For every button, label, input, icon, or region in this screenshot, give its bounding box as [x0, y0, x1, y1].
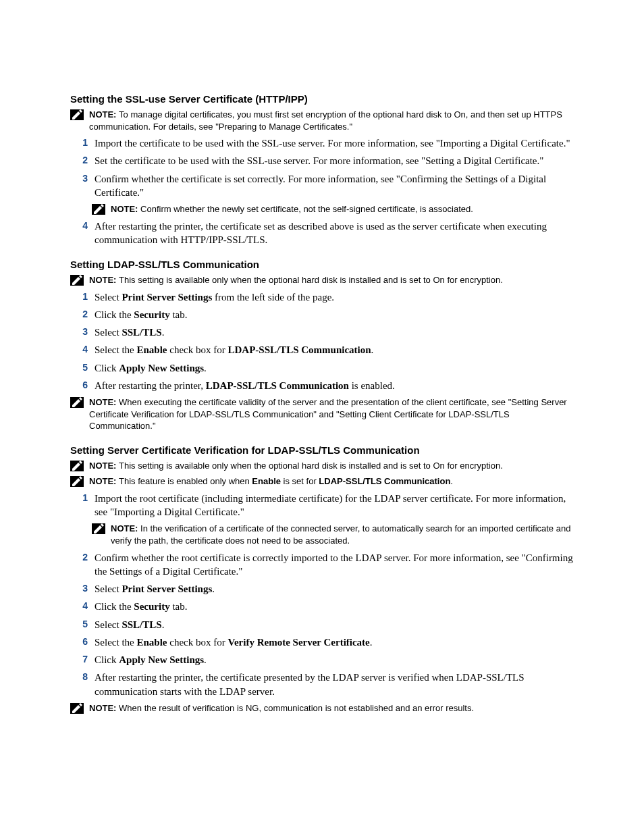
- step-number: 2: [70, 551, 88, 564]
- step-number: 8: [70, 671, 88, 683]
- pencil-icon: [70, 703, 84, 714]
- list-item: 6 Select the Enable check box for Verify…: [70, 635, 576, 649]
- list-item: 2 Set the certificate to be used with th…: [70, 154, 576, 167]
- pencil-icon: [92, 204, 105, 215]
- note-text: NOTE: In the verification of a certifica…: [111, 523, 576, 546]
- note-label: NOTE:: [89, 703, 119, 713]
- step-text: Confirm whether the root certificate is …: [95, 551, 576, 579]
- note-body: Confirm whether the newly set certificat…: [140, 204, 473, 214]
- list-item: 1 Select Print Server Settings from the …: [70, 290, 576, 304]
- step-number: 6: [70, 635, 88, 648]
- note-label: NOTE:: [89, 476, 119, 486]
- note-block: NOTE: This setting is available only whe…: [70, 274, 576, 286]
- step-number: 7: [70, 653, 88, 666]
- step-number: 6: [70, 379, 88, 392]
- step-text: Select Print Server Settings.: [95, 582, 576, 596]
- note-body: To manage digital certificates, you must…: [89, 109, 562, 132]
- note-label: NOTE:: [111, 523, 140, 533]
- list-item: 4 Click the Security tab.: [70, 600, 576, 613]
- note-body: When executing the certificate validity …: [89, 397, 567, 431]
- list-item: 5 Select SSL/TLS.: [70, 618, 576, 631]
- note-label: NOTE:: [89, 397, 119, 407]
- list-item: 3 Select Print Server Settings.: [70, 582, 576, 596]
- step-number: 1: [70, 492, 88, 504]
- list-item: 8 After restarting the printer, the cert…: [70, 671, 576, 698]
- note-label: NOTE:: [89, 109, 119, 120]
- note-label: NOTE:: [89, 275, 119, 285]
- step-text: After restarting the printer, the certif…: [95, 219, 576, 247]
- note-text: NOTE: To manage digital certificates, yo…: [89, 109, 576, 132]
- note-body: This setting is available only when the …: [119, 461, 503, 471]
- step-text: Set the certificate to be used with the …: [95, 154, 576, 167]
- step-text: Import the root certificate (including i…: [95, 492, 576, 519]
- list-item: 2 Confirm whether the root certificate i…: [70, 551, 576, 579]
- step-number: 5: [70, 361, 88, 374]
- list-item: 4 After restarting the printer, the cert…: [70, 219, 576, 247]
- ordered-list: 4 After restarting the printer, the cert…: [70, 219, 576, 247]
- list-item: 7 Click Apply New Settings.: [70, 653, 576, 667]
- step-number: 3: [70, 172, 88, 185]
- section-heading: Setting Server Certificate Verification …: [70, 444, 576, 456]
- note-block: NOTE: To manage digital certificates, yo…: [70, 109, 576, 132]
- list-item: 1 Import the root certificate (including…: [70, 492, 576, 519]
- step-text: Select the Enable check box for Verify R…: [95, 635, 576, 649]
- pencil-icon: [70, 397, 84, 408]
- pencil-icon: [70, 109, 84, 120]
- list-item: 5 Click Apply New Settings.: [70, 361, 576, 375]
- step-text: Click the Security tab.: [95, 308, 576, 321]
- list-item: 4 Select the Enable check box for LDAP-S…: [70, 343, 576, 357]
- step-number: 4: [70, 343, 88, 356]
- note-text: NOTE: This setting is available only whe…: [89, 460, 576, 472]
- step-text: Select Print Server Settings from the le…: [95, 290, 576, 304]
- step-number: 1: [70, 136, 88, 149]
- section-heading: Setting LDAP-SSL/TLS Communication: [70, 259, 576, 270]
- note-text: NOTE: Confirm whether the newly set cert…: [111, 203, 576, 215]
- ordered-list: 1 Import the certificate to be used with…: [70, 136, 576, 199]
- step-text: Import the certificate to be used with t…: [95, 136, 576, 150]
- note-label: NOTE:: [89, 461, 119, 471]
- note-body: When the result of verification is NG, c…: [119, 703, 474, 713]
- step-text: Click Apply New Settings.: [95, 653, 576, 667]
- step-number: 3: [70, 582, 88, 595]
- document-page: Setting the SSL-use Server Certificate (…: [0, 0, 644, 834]
- step-number: 4: [70, 219, 88, 232]
- note-text: NOTE: This setting is available only whe…: [89, 274, 576, 286]
- pencil-icon: [92, 523, 105, 534]
- ordered-list: 2 Confirm whether the root certificate i…: [70, 551, 576, 698]
- step-text: After restarting the printer, LDAP-SSL/T…: [95, 379, 576, 392]
- note-block: NOTE: This setting is available only whe…: [70, 460, 576, 472]
- ordered-list: 1 Import the root certificate (including…: [70, 492, 576, 519]
- note-block: NOTE: Confirm whether the newly set cert…: [92, 203, 576, 215]
- list-item: 3 Confirm whether the certificate is set…: [70, 172, 576, 200]
- list-item: 6 After restarting the printer, LDAP-SSL…: [70, 379, 576, 392]
- note-text: NOTE: This feature is enabled only when …: [89, 475, 576, 488]
- list-item: 1 Import the certificate to be used with…: [70, 136, 576, 150]
- pencil-icon: [70, 461, 84, 471]
- list-item: 2 Click the Security tab.: [70, 308, 576, 321]
- note-block: NOTE: This feature is enabled only when …: [70, 475, 576, 488]
- note-text: NOTE: When the result of verification is…: [89, 702, 576, 714]
- note-label: NOTE:: [111, 204, 140, 214]
- step-text: Select the Enable check box for LDAP-SSL…: [95, 343, 576, 357]
- step-number: 5: [70, 618, 88, 631]
- list-item: 3 Select SSL/TLS.: [70, 325, 576, 339]
- pencil-icon: [70, 275, 84, 286]
- note-block: NOTE: When the result of verification is…: [70, 702, 576, 714]
- step-number: 4: [70, 600, 88, 613]
- note-body: In the verification of a certificate of …: [111, 523, 570, 546]
- step-text: Select SSL/TLS.: [95, 325, 576, 339]
- note-block: NOTE: In the verification of a certifica…: [92, 523, 576, 546]
- step-number: 2: [70, 154, 88, 167]
- step-number: 1: [70, 290, 88, 303]
- step-text: Click Apply New Settings.: [95, 361, 576, 375]
- step-number: 3: [70, 325, 88, 338]
- step-text: Click the Security tab.: [95, 600, 576, 613]
- ordered-list: 1 Select Print Server Settings from the …: [70, 290, 576, 393]
- section-heading: Setting the SSL-use Server Certificate (…: [70, 93, 576, 105]
- step-text: Select SSL/TLS.: [95, 618, 576, 631]
- note-body: This setting is available only when the …: [119, 275, 503, 285]
- step-text: Confirm whether the certificate is set c…: [95, 172, 576, 200]
- step-text: After restarting the printer, the certif…: [95, 671, 576, 698]
- note-block: NOTE: When executing the certificate val…: [70, 396, 576, 432]
- pencil-icon: [70, 476, 84, 487]
